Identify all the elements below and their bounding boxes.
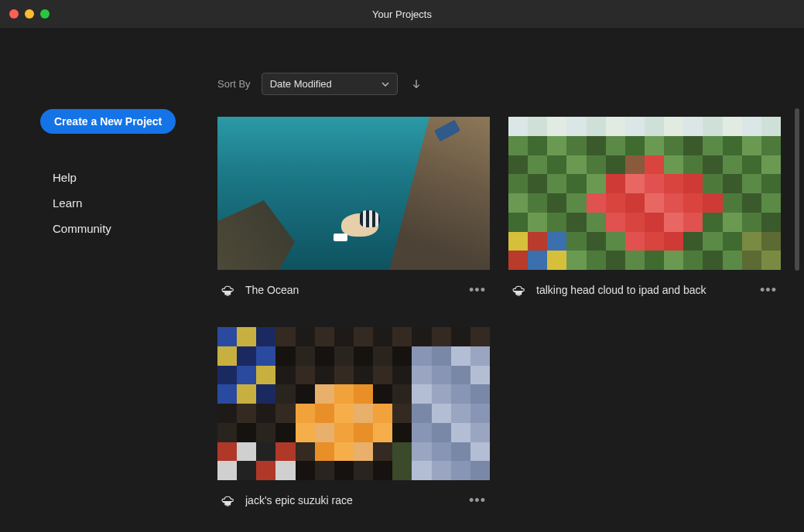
sort-direction-button[interactable] [409,77,424,92]
svg-rect-2 [515,292,522,295]
project-thumbnail[interactable] [217,117,490,270]
projects-grid: The Ocean ••• talking head cloud to ipad… [217,117,781,517]
window-controls [9,9,50,19]
sidebar-item-learn[interactable]: Learn [40,190,210,216]
svg-rect-0 [224,292,231,295]
project-more-button[interactable]: ••• [468,491,487,510]
project-thumbnail[interactable] [217,327,490,480]
fullscreen-window-button[interactable] [40,9,50,19]
svg-rect-4 [224,502,231,505]
chevron-down-icon [381,80,389,88]
main-area: Sort By Date Modified [210,28,804,532]
project-card: The Ocean ••• [217,117,490,307]
svg-rect-1 [227,295,229,295]
cloud-sync-icon [221,494,236,506]
project-card: talking head cloud to ipad and back ••• [508,117,781,307]
create-new-project-button[interactable]: Create a New Project [40,109,176,134]
project-title: jack's epic suzuki race [245,494,459,506]
sidebar-item-community[interactable]: Community [40,216,210,241]
project-thumbnail[interactable] [508,117,781,270]
sort-by-selected-value: Date Modified [270,78,332,90]
svg-rect-5 [227,505,229,506]
sort-by-label: Sort By [217,78,251,90]
project-card: jack's epic suzuki race ••• [217,327,490,517]
project-more-button[interactable]: ••• [759,281,778,299]
project-title: The Ocean [245,284,459,296]
project-title: talking head cloud to ipad and back [536,284,750,296]
svg-rect-3 [518,295,520,295]
scrollbar-thumb[interactable] [795,108,799,271]
minimize-window-button[interactable] [25,9,34,19]
cloud-sync-icon [511,284,527,296]
cloud-sync-icon [221,284,236,296]
window-title: Your Projects [0,9,804,20]
project-more-button[interactable]: ••• [468,281,487,299]
close-window-button[interactable] [9,9,19,19]
title-bar: Your Projects [0,0,804,28]
sidebar-item-help[interactable]: Help [40,165,210,190]
sidebar: Create a New Project Help Learn Communit… [0,28,210,532]
sort-by-dropdown[interactable]: Date Modified [262,73,398,95]
sort-bar: Sort By Date Modified [217,36,781,95]
